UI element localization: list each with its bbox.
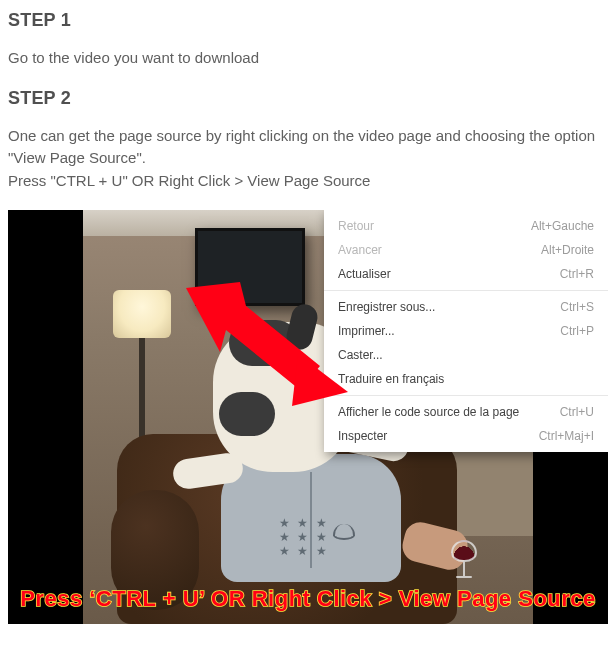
- step2-body-line2: Press "CTRL + U" OR Right Click > View P…: [8, 172, 370, 189]
- scene-painting: [195, 228, 305, 306]
- screenshot-caption: Press ‘CTRL + U’ OR Right Click > View P…: [8, 586, 608, 612]
- context-menu-item[interactable]: Enregistrer sous...Ctrl+S: [324, 295, 608, 319]
- context-menu-item-shortcut: Alt+Gauche: [531, 219, 594, 233]
- context-menu-item[interactable]: InspecterCtrl+Maj+I: [324, 424, 608, 448]
- context-menu-item-shortcut: Ctrl+S: [560, 300, 594, 314]
- context-menu-item[interactable]: Caster...: [324, 343, 608, 367]
- context-menu-item: RetourAlt+Gauche: [324, 214, 608, 238]
- step1-heading: STEP 1: [8, 10, 608, 31]
- context-menu-item[interactable]: ActualiserCtrl+R: [324, 262, 608, 286]
- context-menu-item-label: Retour: [338, 219, 374, 233]
- context-menu-item-label: Inspecter: [338, 429, 387, 443]
- context-menu-item-shortcut: Ctrl+P: [560, 324, 594, 338]
- context-menu-item[interactable]: Afficher le code source de la pageCtrl+U: [324, 400, 608, 424]
- step1-body: Go to the video you want to download: [8, 47, 608, 70]
- context-menu-item-label: Enregistrer sous...: [338, 300, 435, 314]
- context-menu-item-label: Caster...: [338, 348, 383, 362]
- step2-body-line1: One can get the page source by right cli…: [8, 127, 595, 167]
- instruction-screenshot: ★ ★ ★★ ★ ★★ ★ ★ RetourAlt+GaucheAvancerA…: [8, 210, 608, 624]
- context-menu-item-label: Avancer: [338, 243, 382, 257]
- scene-lamp: [113, 290, 171, 378]
- step2-heading: STEP 2: [8, 88, 608, 109]
- context-menu-item-label: Traduire en français: [338, 372, 444, 386]
- step2-body: One can get the page source by right cli…: [8, 125, 608, 193]
- context-menu-item-shortcut: Alt+Droite: [541, 243, 594, 257]
- context-menu-item: AvancerAlt+Droite: [324, 238, 608, 262]
- context-menu-item-shortcut: Ctrl+Maj+I: [539, 429, 594, 443]
- context-menu-separator: [324, 290, 608, 291]
- context-menu-item[interactable]: Traduire en français: [324, 367, 608, 391]
- context-menu-item-label: Actualiser: [338, 267, 391, 281]
- context-menu-item-shortcut: Ctrl+R: [560, 267, 594, 281]
- context-menu-item-label: Imprimer...: [338, 324, 395, 338]
- context-menu-separator: [324, 395, 608, 396]
- context-menu-item-label: Afficher le code source de la page: [338, 405, 519, 419]
- context-menu-item[interactable]: Imprimer...Ctrl+P: [324, 319, 608, 343]
- context-menu-item-shortcut: Ctrl+U: [560, 405, 594, 419]
- context-menu[interactable]: RetourAlt+GaucheAvancerAlt+DroiteActuali…: [324, 210, 608, 452]
